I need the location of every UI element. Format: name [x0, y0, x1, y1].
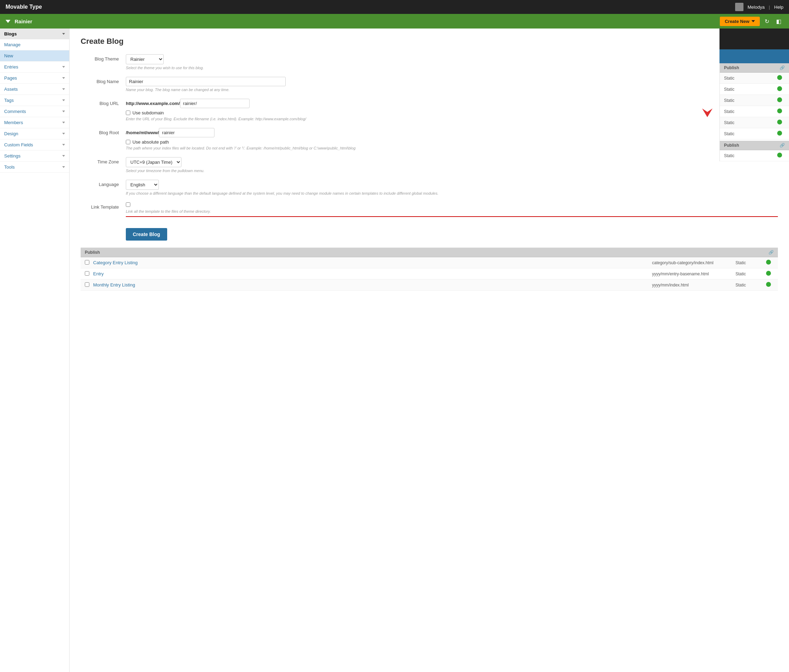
- sidebar-item-new[interactable]: New: [0, 50, 69, 62]
- user-avatar: [735, 3, 743, 11]
- submit-area: Create Blog: [126, 225, 778, 240]
- chevron-down-icon: [62, 166, 65, 168]
- right-static-label: Static: [724, 76, 775, 81]
- right-table-row: Static: [720, 117, 789, 128]
- chevron-down-icon: [62, 110, 65, 112]
- language-select[interactable]: English Japanese French: [126, 180, 159, 190]
- right-table-row: Static: [720, 84, 789, 95]
- sub-header-actions: Create New ↻ ◧: [720, 17, 783, 26]
- arrow-svg: [688, 88, 716, 119]
- publish-label: Publish: [85, 250, 100, 255]
- right-publish-header2: Publish 🔗: [720, 141, 789, 150]
- sidebar-section-label: Blogs: [4, 31, 17, 37]
- time-zone-hint: Select your timezone from the pulldown m…: [126, 169, 778, 173]
- language-label: Language: [81, 180, 126, 187]
- sidebar-item-assets[interactable]: Assets: [0, 84, 69, 95]
- status-dot-icon: [777, 153, 782, 157]
- publish-header: Publish 🔗: [81, 248, 778, 257]
- help-link[interactable]: Help: [774, 5, 783, 10]
- create-new-label: Create New: [725, 19, 749, 24]
- row-checkbox[interactable]: [85, 260, 89, 264]
- blog-root-label: Blog Root: [81, 128, 126, 135]
- template-name-link[interactable]: Monthly Entry Listing: [93, 282, 652, 288]
- template-path: category/sub-category/index.html: [652, 261, 735, 265]
- blog-url-input[interactable]: [180, 99, 249, 108]
- right-static-label: Static: [724, 109, 775, 114]
- status-dot-icon: [777, 109, 782, 113]
- status-dot-icon: [777, 75, 782, 80]
- refresh-button[interactable]: ↻: [763, 17, 771, 26]
- link-template-checkbox[interactable]: [126, 202, 130, 207]
- template-type: Static: [735, 261, 763, 265]
- absolute-path-checkbox[interactable]: [126, 140, 130, 144]
- blog-name-input[interactable]: [126, 77, 286, 86]
- status-badge: [775, 131, 785, 137]
- right-static-label: Static: [724, 131, 775, 136]
- row-checkbox[interactable]: [85, 282, 89, 287]
- extra-button[interactable]: ◧: [774, 17, 783, 26]
- time-zone-row: Time Zone UTC+9 (Japan Time) UTC+0 (GMT)…: [81, 157, 778, 173]
- right-table-row: Static: [720, 95, 789, 106]
- site-name: Rainier: [14, 18, 32, 24]
- blog-name-hint: Name your blog. The blog name can be cha…: [126, 88, 778, 92]
- blog-name-label: Blog Name: [81, 77, 126, 84]
- status-badge: [775, 109, 785, 114]
- sidebar-item-tools[interactable]: Tools: [0, 162, 69, 173]
- subdomain-label: Use subdomain: [133, 110, 164, 115]
- sidebar-item-label: New: [4, 53, 13, 58]
- row-checkbox-col: [85, 271, 93, 277]
- right-publish-label2: Publish: [724, 143, 739, 148]
- table-row: Category Entry Listing category/sub-cate…: [81, 257, 778, 269]
- time-zone-select[interactable]: UTC+9 (Japan Time) UTC+0 (GMT) UTC-5 (ES…: [126, 157, 181, 167]
- sidebar-item-members[interactable]: Members: [0, 117, 69, 128]
- right-publish-header: Publish 🔗: [720, 63, 789, 73]
- bottom-table: Publish 🔗 Category Entry Listing categor…: [81, 248, 778, 291]
- create-blog-button[interactable]: Create Blog: [126, 228, 167, 240]
- content-area: Create Blog Blog Theme Rainier Theme Blo…: [70, 29, 789, 672]
- status-dot-icon: [777, 98, 782, 102]
- link-icon: 🔗: [768, 250, 774, 255]
- subdomain-checkbox[interactable]: [126, 110, 130, 115]
- status-badge: [763, 260, 774, 266]
- sidebar-item-settings[interactable]: Settings: [0, 150, 69, 162]
- link-template-hint: Link all the template to the files of th…: [126, 209, 778, 213]
- status-badge: [775, 75, 785, 81]
- sidebar-item-custom-fields[interactable]: Custom Fields: [0, 139, 69, 150]
- template-name-link[interactable]: Entry: [93, 271, 652, 276]
- link-template-label: Link Template: [81, 202, 126, 210]
- chevron-down-icon: [62, 77, 65, 79]
- blog-theme-hint: Select the theme you wish to use for thi…: [126, 66, 778, 70]
- blog-url-prefix: http://www.example.com/: [126, 101, 180, 106]
- sidebar-item-pages[interactable]: Pages: [0, 73, 69, 84]
- row-checkbox[interactable]: [85, 271, 89, 276]
- template-type: Static: [735, 283, 763, 288]
- sidebar-item-tags[interactable]: Tags: [0, 95, 69, 106]
- app-logo: Movable Type: [6, 4, 42, 10]
- create-new-button[interactable]: Create New: [720, 17, 760, 26]
- right-panel-black: [719, 29, 789, 50]
- sidebar-item-comments[interactable]: Comments: [0, 106, 69, 117]
- blog-root-field: /home/mt/www/ Use absolute path The path…: [126, 128, 778, 150]
- right-table-row: Static: [720, 106, 789, 117]
- top-bar: Movable Type Melodya | Help: [0, 0, 789, 14]
- blog-root-input[interactable]: [159, 128, 214, 137]
- blog-theme-row: Blog Theme Rainier Theme Blog Default Se…: [81, 54, 778, 70]
- template-name-link[interactable]: Category Entry Listing: [93, 260, 652, 265]
- chevron-down-icon: [62, 99, 65, 101]
- blog-name-field: Name your blog. The blog name can be cha…: [126, 77, 778, 92]
- blog-url-field: http://www.example.com/ Use subdomain En…: [126, 99, 778, 121]
- right-publish-label: Publish: [724, 66, 739, 70]
- status-badge: [775, 86, 785, 92]
- table-row: Monthly Entry Listing yyyy/mm/index.html…: [81, 280, 778, 291]
- top-bar-right: Melodya | Help: [735, 3, 783, 11]
- chevron-down-icon: [62, 144, 65, 146]
- sidebar-item-label: Assets: [4, 86, 18, 92]
- sidebar-item-manage[interactable]: Manage: [0, 39, 69, 50]
- sidebar-section-header: Blogs: [0, 29, 69, 39]
- arrow-annotation: [688, 88, 716, 120]
- right-static-label: Static: [724, 120, 775, 125]
- sidebar-item-design[interactable]: Design: [0, 128, 69, 139]
- blog-theme-select[interactable]: Rainier Theme Blog Default: [126, 54, 164, 64]
- sidebar-item-entries[interactable]: Entries: [0, 62, 69, 73]
- status-dot-icon: [766, 282, 771, 287]
